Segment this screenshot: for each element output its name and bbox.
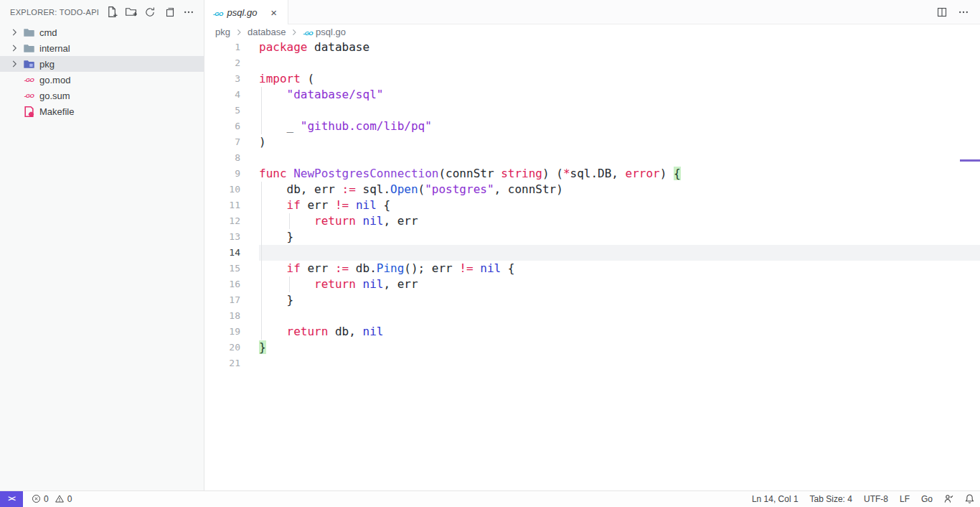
- code-line[interactable]: 5: [204, 103, 980, 118]
- chevron-right-icon: [9, 27, 20, 38]
- chevron-right-icon: [9, 58, 20, 70]
- code-line[interactable]: 9func NewPostgresConnection(connStr stri…: [204, 166, 980, 182]
- new-file-icon: [105, 6, 118, 18]
- code-line[interactable]: 10 db, err := sql.Open("postgres", connS…: [204, 182, 980, 197]
- code-line[interactable]: 13 }: [204, 229, 980, 245]
- tab-psql-go[interactable]: -GOpsql.go×: [204, 0, 288, 24]
- tree-item-label: pkg: [39, 59, 55, 70]
- close-icon[interactable]: ×: [268, 6, 281, 19]
- status-cursor-position[interactable]: Ln 14, Col 1: [746, 494, 804, 504]
- code-line[interactable]: 7): [204, 134, 980, 150]
- tree-item-internal[interactable]: internal: [0, 40, 204, 56]
- line-number[interactable]: 8: [204, 150, 240, 166]
- explorer-sidebar: EXPLORER: TODO-API cmdinternalpkg-GOgo.m…: [0, 0, 204, 490]
- remote-indicator[interactable]: ><: [0, 491, 23, 507]
- breadcrumb-label: pkg: [215, 27, 230, 37]
- line-number[interactable]: 12: [204, 213, 240, 229]
- status-language-mode[interactable]: Go: [915, 494, 938, 504]
- breadcrumb-item-database[interactable]: database: [248, 27, 286, 37]
- editor-more-actions-button[interactable]: [956, 4, 971, 20]
- go-module-icon: -GO: [23, 74, 35, 86]
- code-line[interactable]: 18: [204, 308, 980, 324]
- line-number[interactable]: 10: [204, 182, 240, 197]
- file-tree: cmdinternalpkg-GOgo.mod-GOgo.sumMakefile: [0, 24, 204, 119]
- current-line-highlight: [259, 245, 980, 261]
- line-number[interactable]: 13: [204, 229, 240, 245]
- error-icon: [32, 494, 41, 503]
- code-line[interactable]: 2: [204, 55, 980, 71]
- tree-item-go-mod[interactable]: -GOgo.mod: [0, 72, 204, 88]
- code-line[interactable]: 14: [204, 245, 980, 261]
- more-actions-icon: [183, 6, 194, 18]
- breadcrumb-item-psql-go[interactable]: -GOpsql.go: [303, 27, 346, 37]
- new-folder-button[interactable]: [123, 4, 138, 20]
- tab-bar: -GOpsql.go×: [204, 0, 980, 24]
- line-number[interactable]: 6: [204, 118, 240, 134]
- tree-item-go-sum[interactable]: -GOgo.sum: [0, 88, 204, 103]
- line-number[interactable]: 14: [204, 245, 240, 261]
- refresh-icon: [144, 6, 156, 18]
- refresh-explorer-button[interactable]: [142, 4, 158, 20]
- status-right: Ln 14, Col 1Tab Size: 4UTF-8LFGo: [746, 493, 980, 504]
- line-number[interactable]: 4: [204, 87, 240, 103]
- line-number[interactable]: 1: [204, 39, 240, 55]
- tree-item-Makefile[interactable]: Makefile: [0, 103, 204, 119]
- status-bar: >< 0 0 Ln 14, Col 1Tab Size: 4UTF-8LFGo: [0, 490, 980, 506]
- code-line[interactable]: 16 return nil, err: [204, 276, 980, 292]
- line-number[interactable]: 18: [204, 308, 240, 324]
- breadcrumb-separator-icon: [234, 27, 244, 37]
- split-editor-icon: [936, 6, 948, 18]
- bell-button[interactable]: [959, 493, 980, 504]
- line-number[interactable]: 19: [204, 324, 240, 340]
- breadcrumb-item-pkg[interactable]: pkg: [215, 27, 230, 37]
- split-editor-button[interactable]: [934, 4, 950, 20]
- tree-item-pkg[interactable]: pkg: [0, 56, 204, 72]
- line-number[interactable]: 9: [204, 166, 240, 182]
- line-number[interactable]: 11: [204, 197, 240, 213]
- new-file-button[interactable]: [103, 4, 119, 20]
- tree-item-cmd[interactable]: cmd: [0, 24, 204, 40]
- explorer-title: EXPLORER: TODO-API: [10, 8, 99, 17]
- more-actions-icon: [958, 6, 969, 18]
- feedback-button[interactable]: [938, 493, 959, 504]
- code-line[interactable]: 8: [204, 150, 980, 166]
- breadcrumb-label: database: [248, 27, 286, 37]
- code-line[interactable]: 4 "database/sql": [204, 87, 980, 103]
- status-encoding[interactable]: UTF-8: [858, 494, 894, 504]
- code-line[interactable]: 17 }: [204, 292, 980, 308]
- chevron-placeholder: [9, 74, 20, 85]
- line-number[interactable]: 2: [204, 55, 240, 71]
- go-file-icon: -GO: [303, 27, 313, 37]
- line-number[interactable]: 15: [204, 261, 240, 276]
- overview-ruler-cursor-marker: [960, 159, 980, 162]
- feedback-icon: [943, 493, 954, 504]
- vscode-window: EXPLORER: TODO-API cmdinternalpkg-GOgo.m…: [0, 0, 980, 490]
- line-number[interactable]: 3: [204, 71, 240, 87]
- code-line[interactable]: 21: [204, 355, 980, 371]
- code-line[interactable]: 11 if err != nil {: [204, 197, 980, 213]
- status-tab-size[interactable]: Tab Size: 4: [804, 494, 858, 504]
- more-actions-button[interactable]: [181, 4, 197, 20]
- code-line[interactable]: 15 if err := db.Ping(); err != nil {: [204, 261, 980, 276]
- folder-icon: [23, 27, 35, 39]
- code-line[interactable]: 6 _ "github.com/lib/pq": [204, 118, 980, 134]
- warning-count: 0: [67, 494, 72, 504]
- line-number[interactable]: 16: [204, 276, 240, 292]
- status-eol-sequence[interactable]: LF: [894, 494, 915, 504]
- code-line[interactable]: 1package database: [204, 39, 980, 55]
- line-number[interactable]: 5: [204, 103, 240, 118]
- code-line[interactable]: 20}: [204, 340, 980, 355]
- line-number[interactable]: 17: [204, 292, 240, 308]
- code-line[interactable]: 3import (: [204, 71, 980, 87]
- line-number[interactable]: 20: [204, 340, 240, 355]
- problems-status[interactable]: 0 0: [32, 494, 72, 504]
- line-number[interactable]: 7: [204, 134, 240, 150]
- makefile-icon: [23, 106, 35, 118]
- chevron-placeholder: [9, 90, 20, 101]
- line-number[interactable]: 21: [204, 355, 240, 371]
- tree-item-label: go.sum: [39, 90, 70, 101]
- code-line[interactable]: 19 return db, nil: [204, 324, 980, 340]
- code-line[interactable]: 12 return nil, err: [204, 213, 980, 229]
- collapse-folders-button[interactable]: [161, 4, 177, 20]
- code-editor[interactable]: 1package database23import (4 "database/s…: [204, 39, 980, 490]
